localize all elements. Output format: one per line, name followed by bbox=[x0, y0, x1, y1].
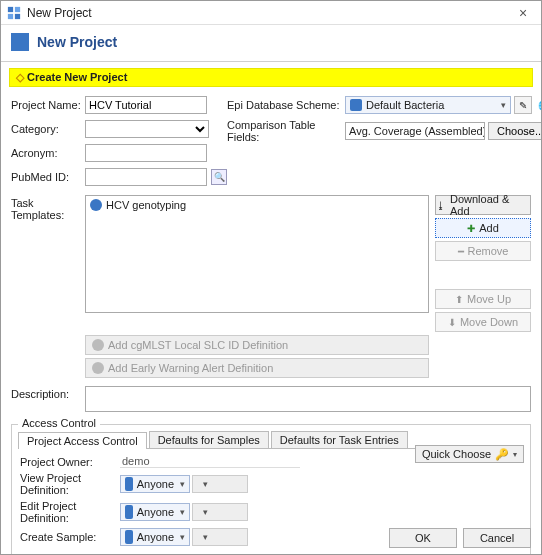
epi-globe-icon[interactable]: 🌐 bbox=[535, 96, 542, 114]
move-up-button: ⬆ Move Up bbox=[435, 289, 531, 309]
plus-icon: ✚ bbox=[467, 223, 475, 234]
download-add-button[interactable]: ⭳ Download & Add bbox=[435, 195, 531, 215]
create-project-banner: Create New Project bbox=[9, 68, 533, 87]
svg-rect-3 bbox=[15, 13, 20, 18]
task-templates-label: Task Templates: bbox=[11, 195, 85, 332]
titlebar: New Project × bbox=[1, 1, 541, 25]
edit-def-select[interactable]: Anyone▾ bbox=[120, 503, 190, 521]
project-name-label: Project Name: bbox=[11, 99, 85, 111]
dialog-title: New Project bbox=[37, 34, 117, 50]
minus-icon: ━ bbox=[458, 246, 464, 257]
quick-choose-button[interactable]: Quick Choose 🔑 ▾ bbox=[415, 445, 524, 463]
tab-defaults-task-entries[interactable]: Defaults for Task Entries bbox=[271, 431, 408, 448]
alert-icon bbox=[92, 362, 104, 374]
bacteria-icon bbox=[350, 99, 362, 111]
list-item[interactable]: HCV genotyping bbox=[90, 198, 424, 212]
dialog-footer: OK Cancel bbox=[1, 528, 541, 548]
template-name: HCV genotyping bbox=[106, 199, 186, 211]
users-icon bbox=[125, 477, 133, 491]
ctf-choose-button[interactable]: Choose... bbox=[488, 122, 542, 140]
svg-rect-2 bbox=[8, 13, 13, 18]
svg-rect-1 bbox=[15, 6, 20, 11]
ctf-value: Avg. Coverage (Assembled), Approximate… bbox=[345, 122, 485, 140]
form-area: Project Name: Category: Acronym: PubMed … bbox=[1, 91, 541, 412]
epi-edit-button[interactable]: ✎ bbox=[514, 96, 532, 114]
download-icon: ⭳ bbox=[436, 200, 446, 211]
edit-def-secondary-select: ▾ bbox=[192, 503, 248, 521]
edit-def-label: Edit Project Definition: bbox=[20, 500, 120, 524]
ctf-label: Comparison Table Fields: bbox=[227, 119, 345, 143]
remove-button: ━ Remove bbox=[435, 241, 531, 261]
pubmed-label: PubMed ID: bbox=[11, 171, 85, 183]
banner-text: Create New Project bbox=[27, 71, 127, 83]
epi-scheme-value: Default Bacteria bbox=[366, 99, 444, 111]
cancel-button[interactable]: Cancel bbox=[463, 528, 531, 548]
task-templates-list[interactable]: HCV genotyping bbox=[85, 195, 429, 313]
add-cgmlst-button: Add cgMLST Local SLC ID Definition bbox=[85, 335, 429, 355]
tab-project-access-control[interactable]: Project Access Control bbox=[18, 432, 147, 449]
description-textarea[interactable] bbox=[85, 386, 531, 412]
tab-defaults-samples[interactable]: Defaults for Samples bbox=[149, 431, 269, 448]
category-label: Category: bbox=[11, 123, 85, 135]
app-icon bbox=[7, 6, 21, 20]
project-name-input[interactable] bbox=[85, 96, 207, 114]
add-early-warning-button: Add Early Warning Alert Definition bbox=[85, 358, 429, 378]
project-owner-label: Project Owner: bbox=[20, 456, 120, 468]
ok-button[interactable]: OK bbox=[389, 528, 457, 548]
acronym-input[interactable] bbox=[85, 144, 207, 162]
view-def-label: View Project Definition: bbox=[20, 472, 120, 496]
access-control-legend: Access Control bbox=[18, 417, 100, 429]
chevron-down-icon: ▾ bbox=[513, 450, 517, 459]
template-icon bbox=[90, 199, 102, 211]
epi-scheme-select[interactable]: Default Bacteria ▾ bbox=[345, 96, 511, 114]
description-label: Description: bbox=[11, 386, 85, 400]
svg-rect-0 bbox=[8, 6, 13, 11]
project-icon bbox=[11, 33, 29, 51]
add-button[interactable]: ✚ Add bbox=[435, 218, 531, 238]
acronym-label: Acronym: bbox=[11, 147, 85, 159]
users-icon bbox=[125, 505, 133, 519]
key-icon: 🔑 bbox=[495, 448, 509, 461]
arrow-up-icon: ⬆ bbox=[455, 294, 463, 305]
dialog-header: New Project bbox=[1, 25, 541, 62]
cgmlst-icon bbox=[92, 339, 104, 351]
view-def-select[interactable]: Anyone▾ bbox=[120, 475, 190, 493]
epi-scheme-label: Epi Database Scheme: bbox=[227, 99, 345, 111]
pubmed-lookup-icon[interactable]: 🔍 bbox=[211, 169, 227, 185]
close-button[interactable]: × bbox=[511, 5, 535, 21]
view-def-secondary-select: ▾ bbox=[192, 475, 248, 493]
arrow-down-icon: ⬇ bbox=[448, 317, 456, 328]
pubmed-input[interactable] bbox=[85, 168, 207, 186]
category-select[interactable] bbox=[85, 120, 209, 138]
move-down-button: ⬇ Move Down bbox=[435, 312, 531, 332]
project-owner-value: demo bbox=[120, 455, 300, 468]
window-title: New Project bbox=[27, 6, 511, 20]
